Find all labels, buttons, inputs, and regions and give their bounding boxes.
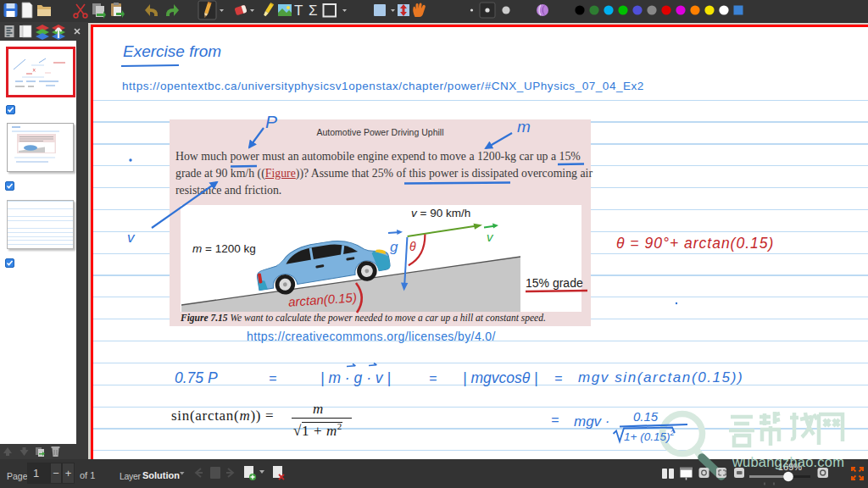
svg-text:T: T: [294, 3, 303, 19]
svg-text:Σ: Σ: [309, 3, 318, 19]
